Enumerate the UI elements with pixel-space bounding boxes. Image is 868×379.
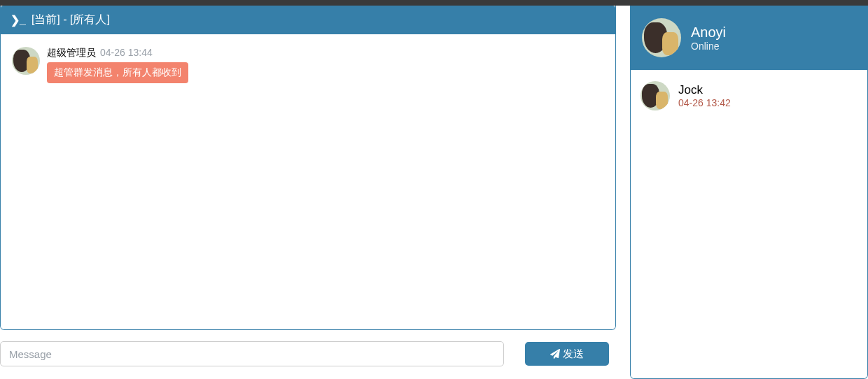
main-container: ❯_ [当前] - [所有人] 超级管理员 04-26 13:44 超管群发消息… xyxy=(0,6,868,379)
contact-name: Jock xyxy=(678,83,731,97)
sidebar: Anoyi Online Jock 04-26 13:42 xyxy=(630,6,868,379)
message-row: 超级管理员 04-26 13:44 超管群发消息，所有人都收到 xyxy=(12,47,604,83)
profile-avatar[interactable] xyxy=(642,18,681,57)
send-button-label: 发送 xyxy=(563,348,584,361)
contact-avatar xyxy=(640,81,670,110)
chat-box: ❯_ [当前] - [所有人] 超级管理员 04-26 13:44 超管群发消息… xyxy=(0,6,616,330)
message-time: 04-26 13:44 xyxy=(100,47,153,58)
chat-header-title: [当前] - [所有人] xyxy=(31,13,110,27)
avatar[interactable] xyxy=(12,47,40,75)
chat-messages[interactable]: 超级管理员 04-26 13:44 超管群发消息，所有人都收到 xyxy=(1,34,615,329)
profile-header: Anoyi Online xyxy=(631,6,867,70)
contact-info: Jock 04-26 13:42 xyxy=(678,83,731,108)
window-top-bar xyxy=(0,0,868,6)
contact-time: 04-26 13:42 xyxy=(678,97,731,108)
contacts-list: Jock 04-26 13:42 xyxy=(631,70,867,378)
profile-info: Anoyi Online xyxy=(691,24,726,52)
terminal-icon: ❯_ xyxy=(10,15,26,26)
message-content: 超级管理员 04-26 13:44 超管群发消息，所有人都收到 xyxy=(47,47,188,83)
send-button[interactable]: 发送 xyxy=(525,342,609,366)
paper-plane-icon xyxy=(550,349,560,359)
chat-panel: ❯_ [当前] - [所有人] 超级管理员 04-26 13:44 超管群发消息… xyxy=(0,6,616,379)
message-meta: 超级管理员 04-26 13:44 xyxy=(47,47,188,59)
message-input[interactable] xyxy=(0,341,504,366)
message-sender: 超级管理员 xyxy=(47,47,96,59)
chat-header: ❯_ [当前] - [所有人] xyxy=(1,6,615,34)
profile-name: Anoyi xyxy=(691,24,726,41)
profile-status: Online xyxy=(691,41,726,52)
message-bubble: 超管群发消息，所有人都收到 xyxy=(47,62,188,83)
composer: 发送 xyxy=(0,341,616,379)
contact-item[interactable]: Jock 04-26 13:42 xyxy=(640,78,858,113)
